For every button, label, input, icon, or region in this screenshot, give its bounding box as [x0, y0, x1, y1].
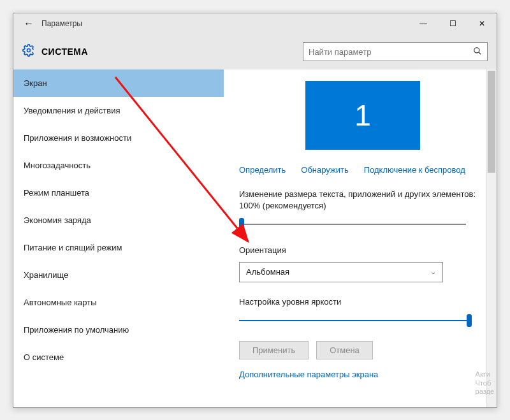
sidebar-item-apps[interactable]: Приложения и возможности — [13, 124, 224, 152]
watermark-line: Чтоб — [476, 379, 494, 387]
sidebar-item-label: Экран — [24, 78, 47, 88]
content-pane: 1 Определить Обнаружить Подключение к бе… — [224, 69, 497, 407]
gear-icon — [22, 44, 35, 60]
chevron-down-icon: ⌄ — [430, 268, 436, 276]
header: СИСТЕМА — [13, 34, 497, 69]
monitor-number: 1 — [354, 98, 371, 133]
slider-thumb[interactable] — [239, 218, 244, 231]
apply-button[interactable]: Применить — [239, 341, 309, 359]
scrollbar[interactable] — [486, 69, 497, 407]
orientation-label: Ориентация — [239, 245, 486, 256]
sidebar-item-battery[interactable]: Экономия заряда — [13, 206, 224, 234]
window-controls: — ☐ ✕ — [409, 13, 497, 34]
sidebar-item-label: О системе — [24, 352, 64, 362]
close-icon: ✕ — [479, 19, 485, 28]
scale-slider[interactable] — [239, 217, 486, 232]
brightness-slider[interactable] — [239, 313, 486, 328]
monitor-preview[interactable]: 1 — [305, 81, 420, 150]
back-arrow-icon: ← — [24, 18, 34, 29]
cancel-button[interactable]: Отмена — [316, 341, 373, 359]
detect-link[interactable]: Обнаружить — [301, 165, 348, 175]
window-title: Параметры — [41, 19, 82, 28]
identify-link[interactable]: Определить — [239, 165, 286, 175]
advanced-display-link[interactable]: Дополнительные параметры экрана — [239, 370, 486, 379]
search-box[interactable] — [303, 42, 488, 61]
activation-watermark: Акти Чтоб разде — [476, 370, 494, 396]
search-input[interactable] — [309, 47, 473, 57]
svg-point-0 — [27, 48, 31, 52]
close-button[interactable]: ✕ — [467, 13, 497, 34]
sidebar-item-default-apps[interactable]: Приложения по умолчанию — [13, 316, 224, 344]
back-button[interactable]: ← — [16, 18, 41, 29]
slider-thumb[interactable] — [467, 314, 472, 327]
maximize-button[interactable]: ☐ — [438, 13, 467, 34]
body: Экран Уведомления и действия Приложения … — [13, 69, 497, 407]
maximize-icon: ☐ — [449, 19, 456, 28]
sidebar-item-label: Приложения по умолчанию — [24, 325, 129, 335]
brightness-label: Настройка уровня яркости — [239, 296, 486, 308]
display-action-links: Определить Обнаружить Подключение к бесп… — [239, 165, 486, 175]
scale-label: Изменение размера текста, приложений и д… — [239, 189, 486, 212]
sidebar-item-label: Автономные карты — [24, 298, 97, 307]
sidebar-item-multitasking[interactable]: Многозадачность — [13, 152, 224, 179]
orientation-value: Альбомная — [246, 267, 289, 277]
sidebar-item-label: Приложения и возможности — [24, 133, 131, 143]
sidebar-item-label: Питание и спящий режим — [24, 243, 122, 252]
titlebar: ← Параметры — ☐ ✕ — [13, 13, 497, 34]
sidebar-item-label: Многозадачность — [24, 161, 91, 170]
sidebar-item-storage[interactable]: Хранилище — [13, 261, 224, 289]
minimize-icon: — — [419, 19, 427, 28]
sidebar: Экран Уведомления и действия Приложения … — [13, 69, 224, 407]
settings-window: ← Параметры — ☐ ✕ СИСТЕМА Экран Уведомле… — [13, 13, 497, 408]
sidebar-item-label: Хранилище — [24, 270, 68, 280]
slider-track-filled — [239, 320, 467, 321]
svg-line-2 — [479, 52, 481, 54]
button-row: Применить Отмена — [239, 341, 486, 359]
sidebar-item-label: Экономия заряда — [24, 215, 91, 225]
scrollbar-thumb[interactable] — [488, 71, 495, 173]
sidebar-item-tablet-mode[interactable]: Режим планшета — [13, 179, 224, 206]
search-icon — [473, 47, 482, 57]
watermark-line: разде — [476, 387, 494, 396]
watermark-line: Акти — [476, 370, 494, 379]
header-title: СИСТЕМА — [41, 47, 88, 57]
sidebar-item-power-sleep[interactable]: Питание и спящий режим — [13, 234, 224, 261]
slider-track — [239, 224, 466, 225]
sidebar-item-display[interactable]: Экран — [13, 69, 224, 97]
orientation-dropdown[interactable]: Альбомная ⌄ — [239, 262, 443, 282]
sidebar-item-label: Режим планшета — [24, 188, 89, 198]
sidebar-item-notifications[interactable]: Уведомления и действия — [13, 97, 224, 124]
sidebar-item-label: Уведомления и действия — [24, 106, 120, 115]
sidebar-item-about[interactable]: О системе — [13, 344, 224, 371]
minimize-button[interactable]: — — [409, 13, 438, 34]
header-left: СИСТЕМА — [22, 44, 88, 60]
wireless-link[interactable]: Подключение к беспровод — [364, 165, 465, 175]
svg-point-1 — [474, 47, 479, 52]
sidebar-item-offline-maps[interactable]: Автономные карты — [13, 289, 224, 316]
